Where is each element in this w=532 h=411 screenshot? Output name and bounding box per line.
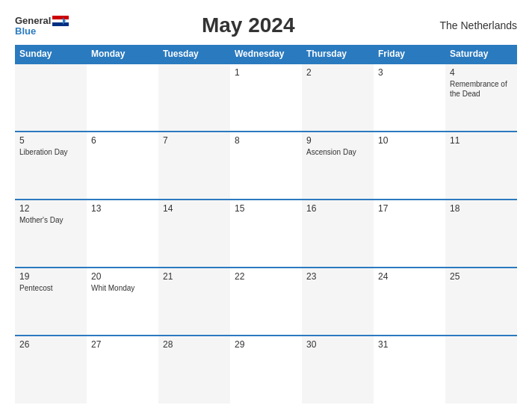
logo-blue-text: Blue <box>15 26 36 36</box>
table-row: 29 <box>230 336 302 404</box>
day-number: 1 <box>235 67 297 78</box>
day-number: 28 <box>163 339 226 350</box>
table-row: 30 <box>302 336 374 404</box>
table-row <box>15 64 87 132</box>
calendar-week-row: 262728293031 <box>15 336 517 404</box>
header-tuesday: Tuesday <box>158 45 230 64</box>
day-event: Pentecost <box>19 284 52 292</box>
table-row: 31 <box>374 336 445 404</box>
table-row: 13 <box>87 200 158 268</box>
table-row: 17 <box>374 200 445 268</box>
day-number: 19 <box>19 271 82 282</box>
logo: General Blue <box>15 16 69 36</box>
calendar-title: May 2024 <box>69 13 427 37</box>
weekday-header-row: Sunday Monday Tuesday Wednesday Thursday… <box>15 45 517 64</box>
day-number: 25 <box>450 271 513 282</box>
day-event: Liberation Day <box>19 148 67 156</box>
logo-general-text: General <box>15 16 51 25</box>
svg-rect-2 <box>52 22 69 26</box>
day-event: Mother's Day <box>19 216 64 224</box>
day-number: 24 <box>378 271 441 282</box>
day-number: 18 <box>450 203 513 214</box>
table-row: 6 <box>87 132 158 200</box>
day-number: 4 <box>450 67 513 78</box>
day-number: 31 <box>378 339 441 350</box>
calendar-week-row: 19Pentecost20Whit Monday2122232425 <box>15 268 517 336</box>
day-number: 17 <box>378 203 441 214</box>
day-number: 20 <box>91 271 154 282</box>
table-row <box>158 64 230 132</box>
calendar-table: Sunday Monday Tuesday Wednesday Thursday… <box>15 45 517 404</box>
table-row: 21 <box>158 268 230 336</box>
table-row: 1 <box>230 64 302 132</box>
table-row <box>445 336 517 404</box>
day-number: 11 <box>450 135 513 146</box>
table-row: 23 <box>302 268 374 336</box>
calendar-page: General Blue May 2024 The Netherlands Su… <box>0 0 532 411</box>
table-row: 14 <box>158 200 230 268</box>
day-number: 5 <box>19 135 82 146</box>
day-number: 16 <box>306 203 369 214</box>
day-number: 21 <box>163 271 226 282</box>
day-number: 14 <box>163 203 226 214</box>
calendar-body: 1234Remembrance of the Dead5Liberation D… <box>15 64 517 404</box>
table-row: 26 <box>15 336 87 404</box>
calendar-week-row: 12Mother's Day131415161718 <box>15 200 517 268</box>
calendar-week-row: 5Liberation Day6789Ascension Day1011 <box>15 132 517 200</box>
day-number: 22 <box>235 271 297 282</box>
day-number: 30 <box>306 339 369 350</box>
table-row: 7 <box>158 132 230 200</box>
day-number: 9 <box>306 135 369 146</box>
table-row: 2 <box>302 64 374 132</box>
table-row: 15 <box>230 200 302 268</box>
table-row: 19Pentecost <box>15 268 87 336</box>
table-row: 18 <box>445 200 517 268</box>
table-row: 5Liberation Day <box>15 132 87 200</box>
svg-rect-0 <box>52 16 69 19</box>
day-number: 13 <box>91 203 154 214</box>
day-number: 27 <box>91 339 154 350</box>
header-saturday: Saturday <box>445 45 517 64</box>
table-row: 22 <box>230 268 302 336</box>
header-sunday: Sunday <box>15 45 87 64</box>
day-event: Remembrance of the Dead <box>450 80 507 98</box>
table-row: 24 <box>374 268 445 336</box>
table-row: 11 <box>445 132 517 200</box>
day-event: Ascension Day <box>306 148 356 156</box>
logo-flag-icon <box>52 16 69 26</box>
day-number: 2 <box>306 67 369 78</box>
header-monday: Monday <box>87 45 158 64</box>
country-name: The Netherlands <box>427 19 517 31</box>
header: General Blue May 2024 The Netherlands <box>15 13 517 37</box>
table-row: 8 <box>230 132 302 200</box>
day-number: 12 <box>19 203 82 214</box>
table-row: 25 <box>445 268 517 336</box>
table-row: 12Mother's Day <box>15 200 87 268</box>
day-number: 6 <box>91 135 154 146</box>
logo-general: General <box>15 16 69 26</box>
day-number: 3 <box>378 67 441 78</box>
day-number: 15 <box>235 203 297 214</box>
day-number: 10 <box>378 135 441 146</box>
header-wednesday: Wednesday <box>230 45 302 64</box>
table-row: 4Remembrance of the Dead <box>445 64 517 132</box>
day-number: 26 <box>19 339 82 350</box>
table-row: 27 <box>87 336 158 404</box>
header-friday: Friday <box>374 45 445 64</box>
table-row: 9Ascension Day <box>302 132 374 200</box>
day-number: 23 <box>306 271 369 282</box>
header-thursday: Thursday <box>302 45 374 64</box>
table-row: 3 <box>374 64 445 132</box>
table-row: 20Whit Monday <box>87 268 158 336</box>
calendar-week-row: 1234Remembrance of the Dead <box>15 64 517 132</box>
table-row <box>87 64 158 132</box>
calendar-header: Sunday Monday Tuesday Wednesday Thursday… <box>15 45 517 64</box>
day-number: 29 <box>235 339 297 350</box>
day-number: 7 <box>163 135 226 146</box>
day-event: Whit Monday <box>91 284 134 292</box>
table-row: 10 <box>374 132 445 200</box>
table-row: 28 <box>158 336 230 404</box>
svg-rect-1 <box>52 19 69 22</box>
day-number: 8 <box>235 135 297 146</box>
table-row: 16 <box>302 200 374 268</box>
